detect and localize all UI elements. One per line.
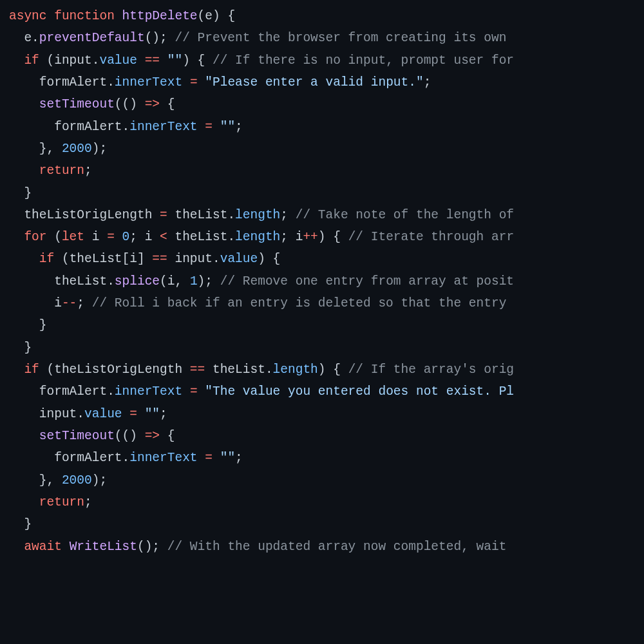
kw-await: await bbox=[24, 540, 62, 554]
comment: // Prevent the browser from creating its… bbox=[175, 31, 514, 45]
call-setTimeout: setTimeout bbox=[39, 97, 115, 111]
kw-let: let bbox=[62, 230, 84, 244]
comment: // Take note of the length of bbox=[296, 208, 514, 222]
comment: // Roll i back if an entry is deleted so… bbox=[92, 296, 514, 310]
string-literal: "Please enter a valid input." bbox=[205, 75, 423, 90]
kw-return: return bbox=[39, 164, 84, 178]
code-block: async function httpDelete(e) { e.prevent… bbox=[0, 0, 644, 558]
kw-if: if bbox=[24, 53, 39, 68]
comment: // With the updated array now completed,… bbox=[167, 540, 514, 554]
comment: // If the array's orig bbox=[348, 363, 514, 377]
call-splice: splice bbox=[115, 274, 160, 289]
comment: // Iterate through arr bbox=[348, 230, 514, 244]
comment: // Remove one entry from array at posit bbox=[220, 274, 514, 289]
string-literal: "The value you entered does not exist. P… bbox=[205, 384, 514, 399]
comment: // If there is no input, prompt user for bbox=[213, 53, 514, 68]
param-e: e bbox=[205, 9, 213, 23]
kw-async: async bbox=[9, 9, 47, 23]
kw-function: function bbox=[54, 9, 115, 23]
fn-httpDelete: httpDelete bbox=[122, 9, 198, 23]
call-WriteList: WriteList bbox=[70, 540, 137, 554]
call-preventDefault: preventDefault bbox=[39, 31, 145, 45]
number-literal: 2000 bbox=[62, 142, 92, 156]
kw-for: for bbox=[24, 230, 46, 244]
